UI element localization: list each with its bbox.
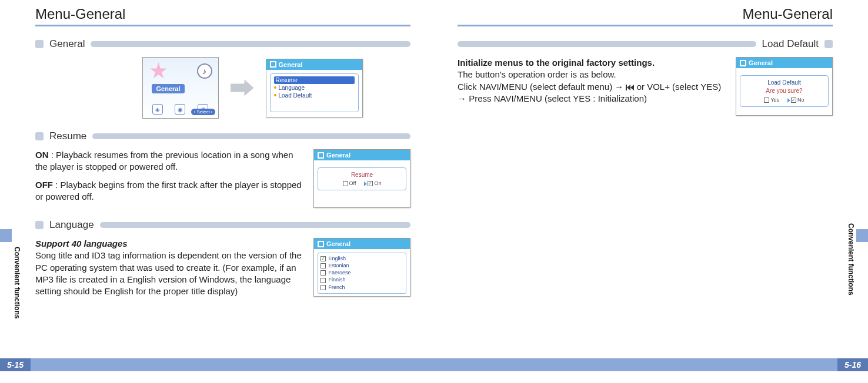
footer-right: 5-16 <box>434 358 868 371</box>
no-option: No <box>787 97 804 103</box>
screen-header: General <box>266 59 362 70</box>
left-page: Menu-General General ♪ General ◈ ◉ ⚙ ‹ S… <box>0 0 434 383</box>
section-header-loaddefault: Load Default <box>458 38 833 50</box>
side-tab-right: Convenient functions <box>847 223 855 295</box>
page-title-left: Menu-General <box>35 6 410 26</box>
resume-off-option: Off <box>343 180 356 186</box>
footer-left: 5-15 <box>0 358 434 371</box>
nav-icon: ◈ <box>152 104 163 115</box>
general-screens-row: ♪ General ◈ ◉ ⚙ ‹ Select › General Resum… <box>35 57 410 119</box>
screen-header-text: General <box>749 59 773 66</box>
page-number: 5-15 <box>0 358 31 371</box>
screen-header-text: General <box>326 152 350 159</box>
resume-text: ON : Playback resumes from the previous … <box>35 149 302 209</box>
loaddefault-screen: General Load Default Are you sure? Yes N… <box>736 57 833 116</box>
right-page: Menu-General Load Default Initialize men… <box>434 0 868 383</box>
resume-popup: Resume Off On <box>318 167 406 190</box>
bullet-icon <box>35 40 44 48</box>
yes-option: Yes <box>764 97 779 103</box>
bullet-icon <box>35 221 44 229</box>
section-header-resume: Resume <box>35 130 410 142</box>
section-label: General <box>49 38 85 50</box>
side-notch <box>0 229 12 242</box>
bullet-icon <box>824 40 833 48</box>
section-label: Language <box>49 219 94 231</box>
loaddefault-text: Initialize menus to the original factory… <box>458 57 724 110</box>
loaddefault-row: Initialize menus to the original factory… <box>458 57 833 116</box>
bullet-icon <box>35 132 44 140</box>
cube-icon <box>740 60 746 66</box>
screen-header: General <box>314 150 410 160</box>
cube-icon <box>270 61 276 68</box>
resume-row: ON : Playback resumes from the previous … <box>35 149 410 209</box>
screen-header-text: General <box>326 240 350 247</box>
lang-item: French <box>321 284 403 291</box>
language-row: Support 40 languages Song title and ID3 … <box>35 238 410 303</box>
language-screen: General English Estonian Faeroese Finnis… <box>313 238 410 297</box>
page-title-right: Menu-General <box>458 6 833 26</box>
confirm-text: Are you sure? <box>743 88 826 94</box>
arrow-right-icon <box>231 80 254 96</box>
select-pill: ‹ Select › <box>191 109 215 115</box>
popup-title: Resume <box>321 172 403 178</box>
language-list: English Estonian Faeroese Finnish French <box>318 253 406 294</box>
general-home-screen: ♪ General ◈ ◉ ⚙ ‹ Select › <box>142 57 219 119</box>
lang-item: Finnish <box>321 276 403 283</box>
lang-item: Estonian <box>321 262 403 269</box>
side-notch <box>856 229 868 242</box>
lang-item: English <box>321 255 403 262</box>
resume-screen: General Resume Off On <box>313 149 410 208</box>
section-rule <box>100 222 410 228</box>
menu-item-loaddefault: Load Default <box>274 92 355 99</box>
screen-header-text: General <box>279 61 303 68</box>
nav-icon: ◉ <box>175 104 185 115</box>
section-rule <box>91 41 410 47</box>
popup-item: Load Default <box>743 79 826 86</box>
menu-item-language: Language <box>274 84 355 92</box>
section-header-language: Language <box>35 219 410 231</box>
cube-icon <box>318 241 324 247</box>
section-header-general: General <box>35 38 410 50</box>
menu-item-resume: Resume <box>274 76 355 84</box>
general-menu-screen: General Resume Language Load Default <box>266 59 363 117</box>
lang-item: Faeroese <box>321 269 403 276</box>
section-label: Resume <box>49 130 86 142</box>
side-tab-left: Convenient functions <box>13 247 21 319</box>
music-note-icon: ♪ <box>197 63 212 79</box>
star-icon <box>150 62 168 80</box>
language-text: Support 40 languages Song title and ID3 … <box>35 238 302 303</box>
resume-on-option: On <box>364 180 381 186</box>
loaddefault-popup: Load Default Are you sure? Yes No <box>740 75 829 107</box>
rewind-icon <box>626 85 634 90</box>
screen-header: General <box>736 58 832 68</box>
section-label: Load Default <box>762 38 819 50</box>
cube-icon <box>318 152 324 159</box>
page-number: 5-16 <box>837 358 868 371</box>
section-rule <box>458 41 756 47</box>
general-icon-label: General <box>152 84 185 93</box>
section-rule <box>92 133 410 139</box>
screen-header: General <box>314 238 410 249</box>
